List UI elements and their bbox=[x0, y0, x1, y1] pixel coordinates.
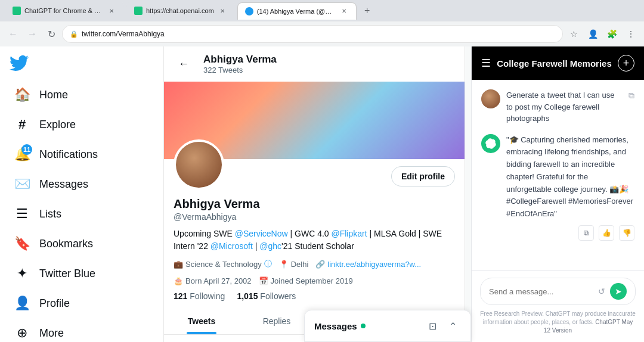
profile-icon[interactable]: 👤 bbox=[584, 26, 601, 42]
tab-tweets[interactable]: Tweets bbox=[164, 308, 239, 334]
new-chat-button[interactable]: + bbox=[618, 55, 634, 71]
following-stat[interactable]: 121 Following bbox=[174, 291, 225, 301]
send-icon: ➤ bbox=[615, 287, 622, 296]
bio-link-microsoft[interactable]: @Microsoft bbox=[210, 241, 253, 251]
tab-2[interactable]: https://chat.openai.com ✕ bbox=[126, 2, 235, 20]
followers-count: 1,015 bbox=[237, 291, 258, 301]
calendar-icon: 📅 bbox=[259, 276, 268, 285]
sidebar-item-explore[interactable]: # Explore bbox=[5, 111, 159, 138]
ai-message-0: "🎓 Capturing cherished memories, embraci… bbox=[481, 134, 634, 241]
refresh-button[interactable]: ↻ bbox=[43, 26, 60, 42]
sidebar-item-messages[interactable]: ✉️ Messages bbox=[5, 170, 159, 198]
sidebar-item-twitter-blue[interactable]: ✦ Twitter Blue bbox=[5, 260, 159, 287]
followers-stat[interactable]: 1,015 Followers bbox=[237, 291, 296, 301]
browser-toolbar: ← → ↻ 🔒 twitter.com/VermaAbhigya ☆ 👤 🧩 ⋮ bbox=[0, 21, 644, 46]
bio-link-ghc[interactable]: @ghc bbox=[259, 241, 281, 251]
more-icon: ⊕ bbox=[14, 325, 30, 341]
copy-icon[interactable]: ⧉ bbox=[628, 91, 634, 101]
born-text: Born April 27, 2002 bbox=[185, 276, 252, 285]
user-avatar-inner bbox=[481, 89, 500, 108]
category-text: Science & Technology bbox=[185, 260, 262, 269]
meta-website[interactable]: 🔗 linktr.ee/abhigyaverma?w... bbox=[315, 259, 421, 269]
tab3-close[interactable]: ✕ bbox=[339, 7, 349, 16]
messages-icon: ✉️ bbox=[14, 176, 30, 192]
sidebar-explore-label: Explore bbox=[39, 119, 76, 131]
following-count: 121 bbox=[174, 291, 187, 301]
thumbs-down-button[interactable]: 👎 bbox=[619, 225, 634, 241]
refresh-response-button[interactable]: ↺ bbox=[598, 287, 605, 296]
tab2-title: https://chat.openai.com bbox=[146, 7, 214, 14]
meta-location: 📍 Delhi bbox=[279, 259, 309, 269]
bio-link-servicenow[interactable]: @ServiceNow bbox=[235, 229, 288, 238]
sidebar-item-notifications[interactable]: 🔔 11 Notifications bbox=[5, 141, 159, 168]
sidebar-item-more[interactable]: ⊕ More bbox=[5, 319, 159, 342]
forward-button[interactable]: → bbox=[24, 26, 41, 42]
tab2-close[interactable]: ✕ bbox=[218, 6, 227, 15]
address-bar[interactable]: 🔒 twitter.com/VermaAbhigya bbox=[62, 25, 563, 43]
send-button[interactable]: ➤ bbox=[610, 283, 627, 300]
user-avatar bbox=[481, 89, 500, 108]
sidebar-messages-label: Messages bbox=[39, 178, 88, 191]
location-icon: 📍 bbox=[279, 260, 289, 269]
hamburger-icon[interactable]: ☰ bbox=[481, 57, 491, 70]
sidebar-item-lists[interactable]: ☰ Lists bbox=[5, 200, 159, 228]
sidebar-notifications-label: Notifications bbox=[39, 148, 98, 161]
twitter-sidebar: 🏠 Home # Explore 🔔 11 Notifications ✉️ M… bbox=[0, 46, 164, 342]
browser-tabs: ChatGPT for Chrome & YouTu... ✕ https://… bbox=[0, 0, 644, 21]
location-text: Delhi bbox=[291, 260, 309, 269]
edit-profile-button[interactable]: Edit profile bbox=[391, 166, 455, 186]
profile-info-bar: Edit profile bbox=[164, 159, 465, 190]
address-text: twitter.com/VermaAbhigya bbox=[82, 30, 165, 38]
bio-link-flipkart[interactable]: @Flipkart bbox=[331, 229, 367, 238]
twitter-logo[interactable] bbox=[0, 51, 163, 80]
ai-actions: ⧉ 👍 👎 bbox=[506, 225, 634, 241]
lock-icon: 🔒 bbox=[70, 30, 78, 38]
avatar-inner bbox=[176, 142, 222, 188]
messages-bottom-panel[interactable]: Messages ⊡ ⌃ bbox=[304, 310, 471, 342]
sidebar-home-label: Home bbox=[39, 89, 68, 101]
tab-1[interactable]: ChatGPT for Chrome & YouTu... ✕ bbox=[5, 2, 124, 20]
messages-panel-actions: ⊡ ⌃ bbox=[424, 318, 461, 334]
sidebar-item-home[interactable]: 🏠 Home bbox=[5, 81, 159, 108]
extensions-icon[interactable]: 🧩 bbox=[603, 26, 620, 42]
profile-handle: @VermaAbhigya bbox=[174, 212, 455, 222]
profile-bio: Upcoming SWE @ServiceNow | GWC 4.0 @Flip… bbox=[174, 228, 455, 253]
copy-response-button[interactable]: ⧉ bbox=[578, 225, 594, 241]
explore-icon: # bbox=[14, 117, 30, 132]
chatgpt-messages: Generate a tweet that I can use to post … bbox=[472, 80, 644, 270]
sidebar-item-bookmarks[interactable]: 🔖 Bookmarks bbox=[5, 230, 159, 257]
messages-panel-title: Messages bbox=[314, 321, 366, 331]
ai-message-content-0: "🎓 Capturing cherished memories, embraci… bbox=[506, 134, 634, 241]
website-link[interactable]: linktr.ee/abhigyaverma?w... bbox=[327, 260, 421, 269]
bookmarks-icon[interactable]: ☆ bbox=[565, 26, 582, 42]
tab1-close[interactable]: ✕ bbox=[107, 6, 116, 15]
sidebar-twitter-blue-label: Twitter Blue bbox=[39, 268, 95, 280]
new-tab-button[interactable]: + bbox=[359, 2, 376, 19]
online-indicator bbox=[361, 324, 366, 328]
category-info[interactable]: ⓘ bbox=[264, 259, 272, 269]
messages-collapse-button[interactable]: ⌃ bbox=[444, 318, 461, 334]
profile-avatar bbox=[174, 139, 224, 190]
tab3-favicon bbox=[245, 7, 253, 15]
sidebar-item-profile[interactable]: 👤 Profile bbox=[5, 290, 159, 317]
browser-chrome: ChatGPT for Chrome & YouTu... ✕ https://… bbox=[0, 0, 644, 46]
tab-3[interactable]: (14) Abhigya Verma (@VermaAb... ✕ bbox=[237, 2, 357, 20]
input-row: ↺ ➤ bbox=[480, 278, 636, 305]
menu-icon[interactable]: ⋮ bbox=[623, 26, 639, 42]
sidebar-lists-label: Lists bbox=[39, 208, 61, 220]
ai-avatar bbox=[481, 134, 500, 153]
profile-meta: 💼 Science & Technology ⓘ 📍 Delhi 🔗 linkt… bbox=[174, 259, 455, 285]
back-tweet-count: 322 Tweets bbox=[203, 66, 277, 74]
tab-replies[interactable]: Replies bbox=[239, 308, 314, 334]
profile-stats: 121 Following 1,015 Followers bbox=[174, 291, 455, 301]
back-button-profile[interactable]: ← bbox=[174, 54, 194, 74]
back-bar: ← Abhigya Verma 322 Tweets bbox=[164, 46, 465, 82]
back-button[interactable]: ← bbox=[5, 26, 21, 42]
disclaimer-text: Free Research Preview. ChatGPT may produ… bbox=[480, 310, 636, 335]
back-info: Abhigya Verma 322 Tweets bbox=[203, 54, 277, 74]
messages-expand-button[interactable]: ⊡ bbox=[424, 318, 441, 334]
message-input[interactable] bbox=[489, 287, 593, 296]
back-profile-name: Abhigya Verma bbox=[203, 54, 277, 66]
following-label: Following bbox=[190, 291, 225, 301]
thumbs-up-button[interactable]: 👍 bbox=[599, 225, 614, 241]
